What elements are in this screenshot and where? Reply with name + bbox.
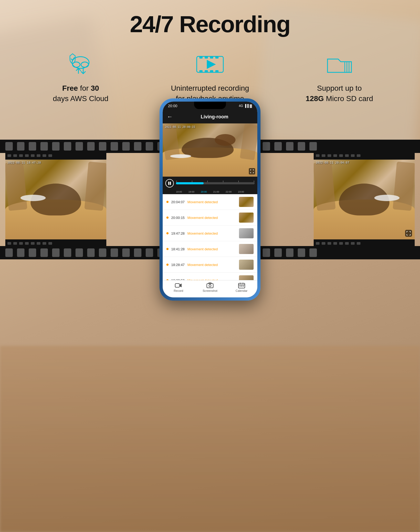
svg-rect-10: [199, 70, 203, 72]
nav-item-screenshot[interactable]: Screenshot: [194, 282, 226, 296]
timeline-label-1: 19:00: [188, 190, 195, 193]
svg-marker-14: [207, 60, 216, 69]
phone-device: 20:00 4G ▐▐ ▓ ← Living-room: [159, 98, 261, 301]
svg-rect-11: [205, 70, 208, 72]
strip-hole: [298, 248, 305, 257]
strip-hole: [52, 248, 60, 257]
event-item-0[interactable]: 20:04:07 Movement detected: [163, 194, 257, 210]
feature-video: Uninterrupted recordingfor playback anyt…: [167, 51, 253, 104]
event-thumbnail[interactable]: [239, 275, 254, 280]
svg-rect-31: [243, 286, 244, 286]
calendar-icon: [238, 282, 245, 288]
status-time: 20:00: [168, 104, 177, 108]
event-thumbnail[interactable]: [239, 260, 254, 270]
film-phone-section: 2022-08-11 18:47:20: [0, 120, 420, 279]
video-timestamp: 2022-08-11 20:00:15: [165, 126, 195, 128]
event-item-4[interactable]: 18:28:47 Movement detected: [163, 257, 257, 273]
nav-item-record[interactable]: Record: [163, 282, 194, 296]
svg-rect-18: [168, 182, 169, 185]
timeline-bar[interactable]: [176, 182, 255, 184]
strip-hole: [298, 142, 305, 151]
strip-hole: [17, 142, 24, 151]
event-info: 18:41:28 Movement detected: [171, 247, 236, 251]
event-label: Movement detected: [187, 216, 218, 220]
wifi-icon: ▐▐: [244, 104, 249, 108]
sd-card-icon: [322, 51, 357, 78]
video-scene: [163, 123, 257, 177]
svg-point-23: [209, 285, 211, 287]
event-dot: [166, 232, 169, 234]
svg-rect-13: [215, 70, 219, 72]
record-icon: [175, 282, 182, 288]
svg-rect-22: [207, 284, 213, 288]
strip-hole: [134, 248, 141, 257]
strip-hole: [64, 248, 71, 257]
strip-hole: [122, 248, 130, 257]
strip-hole: [286, 142, 293, 151]
strip-hole: [309, 142, 317, 151]
cloud-upload-icon: [63, 51, 98, 78]
svg-rect-30: [241, 286, 242, 286]
event-thumbnail[interactable]: [239, 228, 254, 238]
event-item-2[interactable]: 19:47:28 Movement detected: [163, 226, 257, 241]
back-button[interactable]: ←: [167, 113, 173, 120]
strip-hole: [134, 142, 141, 151]
strip-hole: [274, 142, 282, 151]
strip-hole: [309, 248, 317, 257]
bottom-nav: Record Screenshot: [163, 280, 257, 297]
feature-storage: Support up to128G Micro SD card: [297, 51, 382, 104]
strip-hole: [64, 142, 71, 151]
event-thumbnail[interactable]: [239, 197, 254, 207]
event-item-5[interactable]: 18:20:59 Movement detected: [163, 273, 257, 280]
pause-button[interactable]: [165, 179, 174, 188]
event-list: 20:04:07 Movement detected 20:00:15 Move…: [163, 194, 257, 280]
strip-hole: [5, 142, 13, 151]
svg-rect-20: [175, 284, 179, 287]
film-left: 2022-08-11 18:47:20: [5, 152, 106, 247]
event-item-3[interactable]: 18:41:28 Movement detected: [163, 241, 257, 257]
feature-cloud-text: Free for 30days AWS Cloud: [53, 83, 108, 104]
screenshot-icon: [207, 282, 213, 288]
event-time: 20:00:15: [171, 216, 185, 220]
signal-icon: 4G: [239, 104, 243, 108]
event-label: Movement detected: [187, 263, 218, 267]
strip-hole: [274, 248, 282, 257]
phone-screen-container: 20:00 4G ▐▐ ▓ ← Living-room: [163, 102, 257, 297]
event-dot: [166, 201, 169, 203]
timeline-controls[interactable]: [163, 177, 257, 190]
event-label: Movement detected: [187, 247, 218, 251]
strip-hole: [146, 142, 153, 151]
event-dot: [166, 248, 169, 250]
film-right-expand[interactable]: [405, 230, 412, 237]
strip-hole: [52, 142, 60, 151]
event-item-1[interactable]: 20:00:15 Movement detected: [163, 210, 257, 226]
nav-bar: ← Living-room: [163, 110, 257, 123]
video-expand-button[interactable]: [249, 168, 255, 174]
event-info: 18:28:47 Movement detected: [171, 262, 236, 267]
strip-hole: [5, 248, 13, 257]
svg-rect-6: [199, 56, 203, 59]
event-thumbnail[interactable]: [239, 244, 254, 254]
nav-title: Living-room: [176, 114, 253, 120]
event-thumbnail[interactable]: [239, 213, 254, 223]
nav-label-screenshot: Screenshot: [203, 289, 217, 292]
feature-cloud: Free for 30days AWS Cloud: [38, 51, 123, 104]
timeline-labels: 18:00 19:00 20:00 21:00 22:00 23:00: [163, 190, 257, 194]
svg-rect-29: [240, 286, 241, 286]
strip-hole: [99, 248, 106, 257]
phone-notch: [194, 102, 226, 109]
video-player[interactable]: 2022-08-11 20:00:15: [163, 123, 257, 177]
event-dot: [166, 264, 169, 266]
feature-storage-text: Support up to128G Micro SD card: [306, 83, 373, 104]
main-content: 24/7 Recording: [0, 0, 420, 532]
strip-hole: [111, 248, 118, 257]
strip-hole: [87, 142, 95, 151]
svg-marker-21: [180, 284, 182, 287]
phone-screen: 20:00 4G ▐▐ ▓ ← Living-room: [163, 102, 257, 297]
strip-hole: [286, 248, 293, 257]
svg-rect-8: [210, 56, 213, 59]
strip-hole: [99, 142, 106, 151]
strip-hole: [263, 142, 270, 151]
film-right-timestamp: 2022-08-11 20:04:07: [316, 161, 349, 164]
nav-item-calendar[interactable]: Calendar: [226, 282, 257, 296]
